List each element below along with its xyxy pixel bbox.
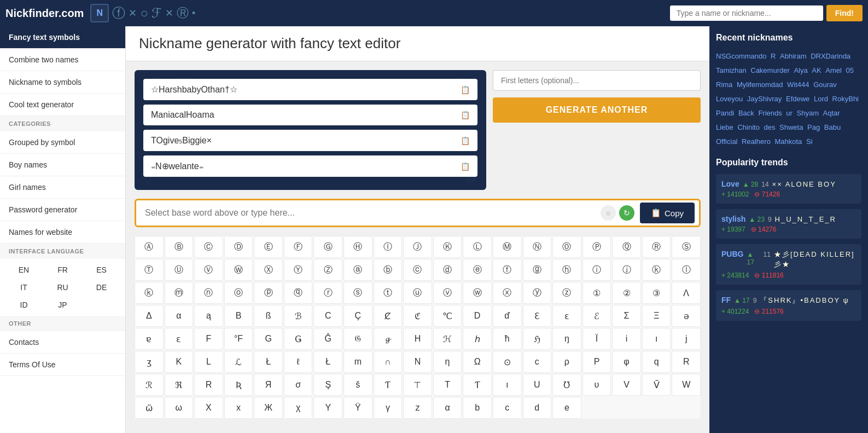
sidebar-item-terms-of-use[interactable]: Terms Of Use (0, 354, 125, 376)
symbol-cell-16[interactable]: Ⓠ (612, 236, 641, 258)
symbol-cell-34[interactable]: ⓘ (582, 259, 611, 281)
recent-name-05[interactable]: 05 (846, 66, 854, 74)
symbol-cell-28[interactable]: ⓒ (403, 259, 432, 281)
symbol-cell-85[interactable]: H (403, 328, 432, 350)
symbol-cell-15[interactable]: Ⓟ (582, 236, 611, 258)
symbol-cell-108[interactable]: c (523, 351, 552, 373)
symbol-cell-30[interactable]: ⓔ (463, 259, 492, 281)
sidebar-item-names-for-website[interactable]: Names for website (0, 221, 125, 244)
symbol-cell-11[interactable]: Ⓛ (463, 236, 492, 258)
symbol-cell-73[interactable]: Σ (612, 305, 641, 327)
lang-fr[interactable]: FR (43, 261, 82, 279)
symbol-cell-110[interactable]: Ρ (582, 351, 611, 373)
recent-name-chinito[interactable]: Chinito (737, 123, 761, 131)
symbol-cell-119[interactable]: σ (284, 374, 313, 396)
symbol-cell-8[interactable]: Ⓘ (374, 236, 403, 258)
symbol-cell-136[interactable]: x (224, 397, 253, 419)
symbol-cell-134[interactable]: ω (165, 397, 194, 419)
copy-icon-4[interactable]: 📋 (461, 162, 470, 171)
recent-name-rima[interactable]: Rima (716, 80, 735, 89)
symbol-cell-35[interactable]: ⓙ (612, 259, 641, 281)
symbol-cell-18[interactable]: Ⓢ (672, 236, 701, 258)
recent-name-amel[interactable]: Amel (825, 66, 843, 74)
symbol-cell-46[interactable]: ⓣ (374, 282, 403, 304)
symbol-cell-82[interactable]: Ĝ (313, 328, 342, 350)
symbol-cell-120[interactable]: Ş (313, 374, 342, 396)
symbol-cell-25[interactable]: Ⓩ (313, 259, 342, 281)
symbol-cell-141[interactable]: γ (374, 397, 403, 419)
symbol-cell-39[interactable]: ⓜ (165, 282, 194, 304)
symbol-cell-117[interactable]: Ʀ (224, 374, 253, 396)
text-editor-input[interactable] (141, 203, 598, 223)
symbol-cell-143[interactable]: α (433, 397, 462, 419)
symbol-cell-3[interactable]: Ⓓ (224, 236, 253, 258)
symbol-cell-43[interactable]: ⓠ (284, 282, 313, 304)
symbol-cell-115[interactable]: ℜ (165, 374, 194, 396)
symbol-cell-4[interactable]: Ⓔ (254, 236, 283, 258)
symbol-cell-106[interactable]: Ω (463, 351, 492, 373)
recent-name-nsgcommando[interactable]: NSGcommando (716, 52, 768, 60)
recent-name-realhero[interactable]: Realhero (742, 137, 772, 146)
trend-name-1[interactable]: stylish (721, 215, 745, 223)
symbol-cell-81[interactable]: Ǥ (284, 328, 313, 350)
symbol-cell-121[interactable]: š (343, 374, 372, 396)
symbol-cell-33[interactable]: ⓗ (552, 259, 581, 281)
symbol-cell-95[interactable]: ʒ (135, 351, 164, 373)
lang-es[interactable]: ES (82, 261, 121, 279)
symbol-cell-128[interactable]: Ʊ (552, 374, 581, 396)
symbol-cell-36[interactable]: ⓚ (642, 259, 671, 281)
trend-name-0[interactable]: Love (721, 180, 739, 188)
symbol-cell-22[interactable]: Ⓦ (224, 259, 253, 281)
recent-name-shweta[interactable]: Shweta (779, 123, 805, 131)
recent-name-mahkota[interactable]: Mahkota (774, 137, 803, 146)
symbol-cell-145[interactable]: c (493, 397, 522, 419)
generate-button[interactable]: GENERATE ANOTHER (493, 97, 701, 123)
symbol-cell-98[interactable]: ℒ (224, 351, 253, 373)
sidebar-item-contacts[interactable]: Contacts (0, 331, 125, 354)
recent-name-jayshivray[interactable]: JayShivray (747, 95, 784, 103)
first-letters-input[interactable] (493, 70, 701, 91)
symbol-cell-62[interactable]: ℬ (284, 305, 313, 327)
symbol-cell-31[interactable]: ⓕ (493, 259, 522, 281)
nickname-card-1[interactable]: ☆HarshbabyOthan†☆ 📋 (143, 79, 477, 100)
symbol-cell-137[interactable]: Ж (254, 397, 283, 419)
symbol-cell-65[interactable]: Ȼ (374, 305, 403, 327)
trend-name-3[interactable]: FF (721, 296, 731, 304)
symbol-cell-63[interactable]: C (313, 305, 342, 327)
clear-icon[interactable]: ○ (601, 205, 616, 221)
symbol-cell-60[interactable]: B (224, 305, 253, 327)
symbol-cell-130[interactable]: V (612, 374, 641, 396)
symbol-cell-97[interactable]: L (194, 351, 223, 373)
sidebar-item-fancy-text-symbols[interactable]: Fancy text symbols (0, 26, 125, 49)
symbol-cell-101[interactable]: Ł (313, 351, 342, 373)
symbol-cell-48[interactable]: ⓥ (433, 282, 462, 304)
symbol-cell-123[interactable]: ⊤ (403, 374, 432, 396)
copy-icon-2[interactable]: 📋 (461, 111, 470, 119)
refresh-icon[interactable]: ↻ (619, 205, 634, 221)
recent-name-abhiram[interactable]: Abhiram (780, 52, 808, 60)
symbol-cell-93[interactable]: ı (642, 328, 671, 350)
symbol-cell-68[interactable]: D (463, 305, 492, 327)
symbol-cell-114[interactable]: ℛ (135, 374, 164, 396)
symbol-cell-103[interactable]: ∩ (374, 351, 403, 373)
symbol-cell-19[interactable]: Ⓣ (135, 259, 164, 281)
nickname-card-3[interactable]: TOgive₅Biggie× 📋 (143, 130, 477, 151)
copy-icon-1[interactable]: 📋 (461, 85, 470, 94)
symbol-cell-44[interactable]: ⓡ (313, 282, 342, 304)
symbol-cell-139[interactable]: Y (313, 397, 342, 419)
symbol-cell-147[interactable]: e (552, 397, 581, 419)
sidebar-item-grouped-by-symbol[interactable]: Grouped by symbol (0, 131, 125, 154)
symbol-cell-50[interactable]: ⓧ (493, 282, 522, 304)
recent-name-aqtar[interactable]: Aqtar (823, 109, 840, 117)
recent-name-mylifemomdad[interactable]: Mylifemomdad (737, 80, 785, 89)
symbol-cell-38[interactable]: ⓚ (135, 282, 164, 304)
symbol-cell-23[interactable]: Ⓧ (254, 259, 283, 281)
symbol-cell-45[interactable]: ⓢ (343, 282, 372, 304)
symbol-cell-66[interactable]: ℭ (403, 305, 432, 327)
symbol-cell-7[interactable]: Ⓗ (343, 236, 372, 258)
recent-name-cakemurder[interactable]: Cakemurder (750, 66, 791, 74)
symbol-cell-80[interactable]: G (254, 328, 283, 350)
symbol-cell-94[interactable]: j (672, 328, 701, 350)
symbol-cell-58[interactable]: α (165, 305, 194, 327)
symbol-cell-53[interactable]: ① (582, 282, 611, 304)
